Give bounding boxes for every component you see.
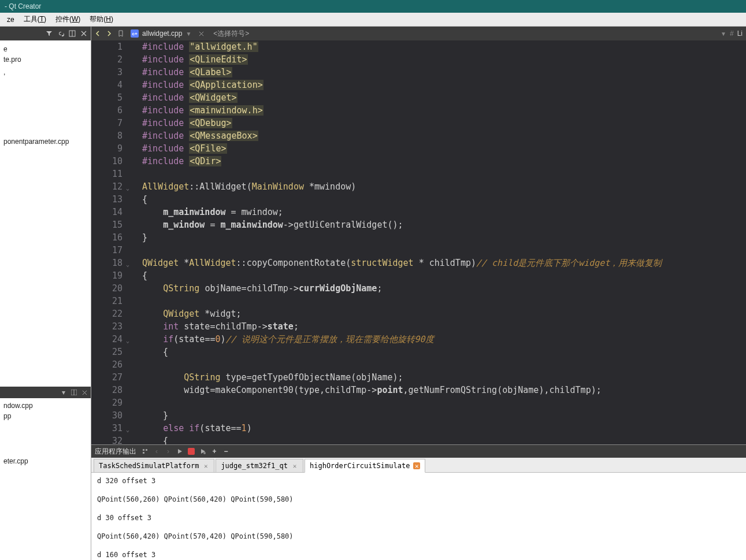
output-tab[interactable]: judge_stm32f1_qt✕ [216,459,303,472]
code-line[interactable] [142,396,746,409]
output-tab-label: highOrderCircuitSimulate [310,462,410,470]
code-line[interactable] [142,358,746,371]
fold-icon[interactable]: ⌄ [124,182,129,188]
line-number: 20 [91,282,123,295]
code-line[interactable]: else if(state==1) [142,422,746,435]
code-line[interactable]: m_window = m_mainwindow->getUiCentralWid… [142,218,746,231]
menu-item[interactable]: 控件(W) [51,13,85,25]
code-line[interactable] [142,244,746,257]
bookmark-icon[interactable] [116,28,126,39]
nav-forward-button[interactable] [104,28,114,39]
code-line[interactable]: #include <QMessageBox> [142,129,746,142]
code-line[interactable]: { [142,193,746,206]
code-line[interactable]: #include <QLabel> [142,66,746,79]
nav-back-button[interactable] [92,28,103,39]
next-output-icon[interactable]: › [164,447,172,455]
open-doc-item[interactable]: pp [2,411,88,421]
open-doc-item[interactable]: eter.cpp [2,456,88,466]
open-doc-item[interactable]: ndow.cpp [2,400,88,411]
output-line [97,485,740,495]
close-tab-icon[interactable]: ✕ [202,462,209,469]
fold-icon[interactable]: ⌄ [124,424,129,429]
code-line[interactable]: int state=childTmp->state; [142,320,746,333]
output-line: d 30 offset 3 [97,513,740,522]
tree-item[interactable]: , [2,67,88,136]
menu-item[interactable]: ze [2,14,19,25]
fold-icon[interactable]: ⌄ [124,258,129,264]
code-line[interactable]: #include <QFile> [142,142,746,155]
chevron-down-icon[interactable]: ▼ [185,31,191,37]
code-line[interactable]: #include <QWidget> [142,91,746,104]
output-settings-icon[interactable] [141,447,149,455]
code-line[interactable]: QWidget *widgt; [142,307,746,320]
code-line[interactable]: m_mainwindow = mwindow; [142,206,746,218]
tree-item[interactable]: ponentparameter.cpp [2,136,88,147]
code-line[interactable]: if(state==0)// 说明这个元件是正常摆放，现在需要给他旋转90度 [142,333,746,346]
line-number: 6 [91,104,123,117]
code-area[interactable]: #include "allwidget.h"#include <QLineEdi… [126,40,746,444]
project-tree[interactable]: ete.pro,ponentparameter.cpp [0,40,91,387]
split-icon[interactable] [70,388,78,396]
code-line[interactable]: #include <QLineEdit> [142,53,746,66]
code-line[interactable]: #include "allwidget.h" [142,40,746,53]
code-line[interactable]: QString type=getTypeOfObjectName(objName… [142,371,746,384]
line-number: 12⌄ [91,180,123,193]
output-line [97,522,740,532]
code-line[interactable]: { [142,346,746,358]
code-line[interactable]: QWidget *AllWidget::copyComponentRotate(… [142,257,746,269]
code-line[interactable] [142,168,746,180]
prev-output-icon[interactable]: ‹ [153,447,161,455]
remove-icon[interactable]: − [222,447,230,455]
left-sidebar: ete.pro,ponentparameter.cpp ▾ ndow.cpppp… [0,27,91,560]
line-number: 28 [91,384,123,396]
link-icon[interactable] [56,29,65,38]
code-line[interactable]: QString objName=childTmp->currWidgObjNam… [142,282,746,295]
cpp-file-icon: c+ [131,29,139,38]
run-debug-icon[interactable] [199,447,207,455]
symbol-selector[interactable]: <选择符号> [207,29,719,39]
tree-item[interactable]: e [2,44,88,54]
chevron-down-icon[interactable]: ▼ [721,31,726,37]
output-body[interactable]: d 320 offset 3 QPoint(560,260) QPoint(56… [91,473,746,560]
tree-item[interactable]: te.pro [2,54,88,65]
chevron-down-icon[interactable]: ▾ [60,388,68,396]
code-line[interactable]: #include <QApplication> [142,79,746,91]
code-editor[interactable]: 123456789101112⌄131415161718⌄19202122232… [91,40,746,444]
open-documents-list[interactable]: ndow.cppppeter.cpp [0,398,91,560]
close-icon[interactable] [80,388,88,396]
fold-icon[interactable]: ⌄ [124,335,129,340]
code-line[interactable]: #include <QDebug> [142,117,746,129]
close-tab-icon[interactable]: ✕ [291,462,298,469]
open-doc-item[interactable] [2,421,88,456]
output-line [97,541,740,550]
output-tab[interactable]: TaskSchedSimulatPlatform✕ [94,459,214,472]
code-line[interactable]: #include <mainwindow.h> [142,104,746,117]
code-line[interactable] [142,295,746,307]
line-number: 26 [91,358,123,371]
code-line[interactable]: } [142,409,746,422]
close-file-button[interactable] [196,28,206,39]
menu-item[interactable]: 工具(T) [19,13,51,25]
editor-tabbar: c+ allwidget.cpp ▼ <选择符号> ▼ # Li [91,27,746,40]
active-file-tab[interactable]: c+ allwidget.cpp ▼ [127,29,195,38]
filter-icon[interactable] [44,29,54,38]
line-number: 2 [91,53,123,66]
add-icon[interactable]: + [210,447,218,455]
code-line[interactable]: { [142,269,746,282]
code-line[interactable]: AllWidget::AllWidget(MainWindow *mwindow… [142,180,746,193]
close-tab-icon[interactable]: ✕ [413,462,420,469]
code-line[interactable]: #include <QDir> [142,155,746,168]
code-line[interactable]: } [142,231,746,244]
output-line [97,504,740,513]
menu-item[interactable]: 帮助(H) [85,13,118,25]
stop-icon[interactable] [187,447,195,455]
layout-icon[interactable] [68,29,77,38]
code-line[interactable]: { [142,435,746,444]
line-number: 27 [91,371,123,384]
code-line[interactable]: widgt=makeComponent90(type,childTmp->poi… [142,384,746,396]
close-panel-icon[interactable] [79,29,88,38]
line-number: 14 [91,206,123,218]
title-bar: - Qt Creator [0,0,746,13]
run-icon[interactable] [176,447,184,455]
output-tab[interactable]: highOrderCircuitSimulate✕ [305,459,425,473]
